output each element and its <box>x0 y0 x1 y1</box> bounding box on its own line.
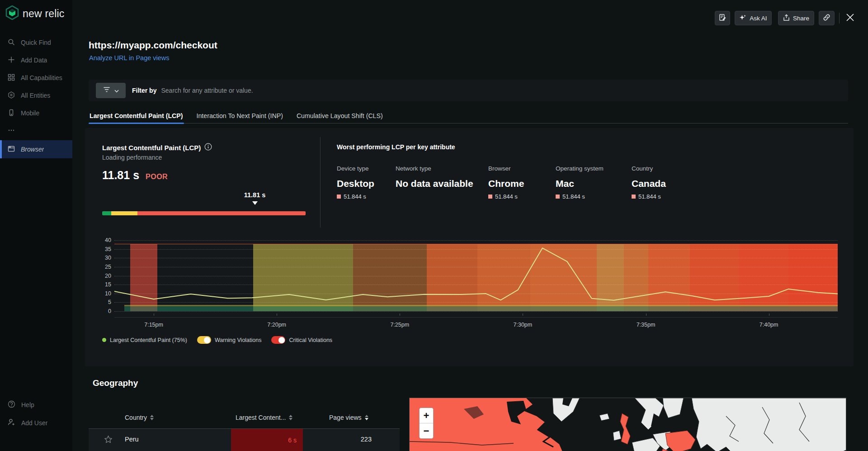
y-tick-label: 0 <box>91 308 111 314</box>
help-icon <box>8 400 15 409</box>
zoom-in-button[interactable]: + <box>420 408 433 423</box>
chart-plot-area[interactable] <box>114 240 838 311</box>
violation-band-1 <box>253 244 353 311</box>
tab-1[interactable]: Interaction To Next Paint (INP) <box>196 108 284 123</box>
ask-ai-button[interactable]: Ask AI <box>735 11 772 25</box>
column-header-1[interactable]: Largest Content... <box>236 414 292 421</box>
violation-band-9 <box>690 244 739 311</box>
table-row[interactable]: Peru 6 s 223 <box>89 429 400 451</box>
copy-link-button[interactable] <box>819 11 835 25</box>
attribute-metric: 51.844 s <box>556 193 632 200</box>
metric-square-icon <box>556 195 560 199</box>
add-user-icon <box>8 418 15 427</box>
y-tick-label: 20 <box>91 273 111 279</box>
y-tick-label: 25 <box>91 264 111 270</box>
y-tick-label: 35 <box>91 246 111 252</box>
x-tick-label: 7:35pm <box>637 322 656 328</box>
violation-band-7 <box>624 244 648 311</box>
page-views-cell: 223 <box>333 436 372 443</box>
sidebar-item-add-user[interactable]: Add User <box>0 415 72 431</box>
sidebar-item-mobile[interactable]: Mobile <box>0 105 72 121</box>
sidebar-item-label: All Capabilities <box>21 74 62 81</box>
filter-by-label: Filter by <box>132 87 156 94</box>
new-relic-logo[interactable]: new relic <box>5 5 65 22</box>
info-icon[interactable] <box>204 143 212 152</box>
metric-value: 51.844 s <box>344 193 366 200</box>
sidebar-item-help[interactable]: Help <box>0 397 72 413</box>
column-header-label: Largest Content... <box>236 414 286 421</box>
analyze-url-link[interactable]: Analyze URL in Page views <box>89 54 170 62</box>
close-button[interactable] <box>844 12 856 24</box>
violation-band-11 <box>788 244 838 311</box>
legend-toggle[interactable] <box>197 336 211 344</box>
share-button[interactable]: Share <box>778 11 814 25</box>
x-tick-mark <box>400 313 400 316</box>
metric-square-icon <box>632 195 636 199</box>
column-header-0[interactable]: Country <box>125 414 154 421</box>
sidebar-item-label: Add Data <box>21 57 47 64</box>
gauge-segment-2 <box>137 211 306 215</box>
metric-value: 51.844 s <box>495 193 518 200</box>
column-header-2[interactable]: Page views <box>329 414 368 421</box>
gauge-segment-1 <box>111 211 137 215</box>
browser-icon <box>8 145 15 154</box>
gridline-0 <box>114 311 838 312</box>
sidebar-item-quick-find[interactable]: Quick Find <box>0 35 72 50</box>
filter-menu-button[interactable] <box>96 83 126 98</box>
attribute-operating-system: Operating systemMac51.844 s <box>556 165 632 200</box>
tab-0[interactable]: Largest Contentful Paint (LCP) <box>89 108 184 123</box>
page-title: https://myapp.com/checkout <box>89 40 217 51</box>
legend-label: Warning Violations <box>215 337 262 343</box>
attribute-country: CountryCanada51.844 s <box>632 165 699 200</box>
y-tick-label: 30 <box>91 255 111 261</box>
attribute-browser: BrowserChrome51.844 s <box>488 165 556 200</box>
map-zoom-control: + − <box>419 408 434 439</box>
violation-band-0 <box>130 244 157 311</box>
filter-search-input[interactable] <box>161 87 848 94</box>
brand-text: new relic <box>23 8 65 20</box>
sidebar: new relic Quick FindAdd DataAll Capabili… <box>0 0 72 451</box>
attribute-network-type: Network typeNo data available <box>396 165 488 200</box>
legend-item-1[interactable]: Warning Violations <box>197 336 262 344</box>
filter-funnel-icon <box>103 86 110 95</box>
geography-map[interactable]: + − <box>409 398 846 451</box>
sidebar-item-browser[interactable]: Browser <box>0 140 72 158</box>
attribute-label: Network type <box>396 165 488 172</box>
sidebar-item-all-capabilities[interactable]: All Capabilities <box>0 70 72 85</box>
violation-band-5 <box>530 244 597 311</box>
x-tick-mark <box>154 313 154 316</box>
world-map-graphic <box>410 398 846 451</box>
sort-desc-icon <box>289 418 292 420</box>
star-icon[interactable] <box>104 435 113 446</box>
chart-legend: Largest Contentful Paint (75%)Warning Vi… <box>102 336 332 344</box>
chart-baseline <box>114 317 838 318</box>
legend-item-2[interactable]: Critical Violations <box>271 336 332 344</box>
sidebar-item-all-entities[interactable]: All Entities <box>0 88 72 103</box>
lcp-value: 11.81 s <box>102 169 139 182</box>
column-header-label: Page views <box>329 414 362 421</box>
geography-table: CountryLargest Content...Page views Peru… <box>89 409 400 451</box>
y-tick-label: 15 <box>91 281 111 288</box>
gridline-25 <box>114 267 838 267</box>
new-relic-logo-icon <box>5 5 19 22</box>
violation-band-8 <box>648 244 690 311</box>
gridline-15 <box>114 285 838 285</box>
sidebar-item-add-data[interactable]: Add Data <box>0 52 72 68</box>
column-header-label: Country <box>125 414 147 421</box>
y-tick-label: 40 <box>91 237 111 243</box>
attribute-label: Operating system <box>556 165 632 172</box>
metric-value: 51.844 s <box>638 193 661 200</box>
attribute-label: Browser <box>488 165 556 172</box>
tab-2[interactable]: Cumulative Layout Shift (CLS) <box>296 108 384 123</box>
zoom-out-button[interactable]: − <box>420 423 433 438</box>
legend-label: Critical Violations <box>289 337 332 343</box>
geography-table-header: CountryLargest Content...Page views <box>89 409 400 429</box>
legend-toggle[interactable] <box>271 336 285 344</box>
threshold-band-0 <box>124 306 838 311</box>
sidebar-item-label: Help <box>21 401 34 408</box>
notes-button[interactable] <box>715 11 730 25</box>
sidebar-item-more[interactable] <box>0 123 72 138</box>
share-label: Share <box>793 15 809 22</box>
toolbar-divider <box>839 13 840 24</box>
violation-band-2 <box>353 244 427 311</box>
